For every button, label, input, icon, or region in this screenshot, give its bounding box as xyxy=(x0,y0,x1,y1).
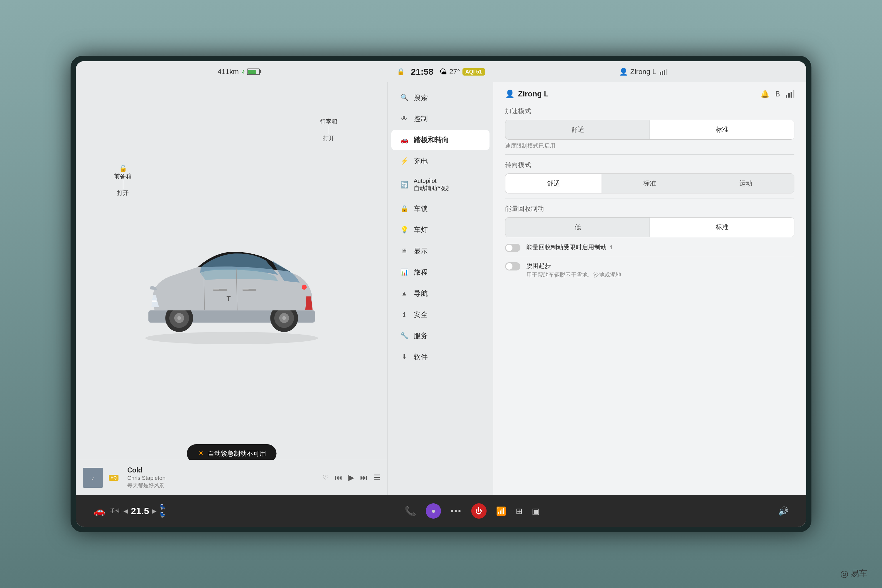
screen-outer: 411km 🔒 21:58 🌤 27° AQI 51 xyxy=(70,56,812,532)
auto-brake-label: 自动紧急制动不可用 xyxy=(208,449,266,458)
sig4 xyxy=(793,90,794,98)
bluetooth-icon[interactable]: Ƀ xyxy=(775,90,780,98)
temp-down-arrow[interactable]: ◀ xyxy=(123,507,128,514)
menu-control-label: 控制 xyxy=(414,114,428,123)
software-icon: ⬇ xyxy=(400,353,408,361)
menu-item-nav[interactable]: ▲ 导航 xyxy=(392,284,489,303)
divider-2 xyxy=(505,198,794,198)
regen-toggle-label: 能量回收制动受限时启用制动 ℹ xyxy=(526,243,612,251)
menu-trip-label: 旅程 xyxy=(414,267,428,277)
music-prev-button[interactable]: ⏮ xyxy=(335,473,342,482)
menu-item-trip[interactable]: 📊 旅程 xyxy=(392,262,489,282)
phone-icon[interactable]: 📞 xyxy=(405,506,416,516)
menu-item-lock[interactable]: 🔒 车锁 xyxy=(392,199,489,219)
stuck-toggle-sublabel: 用于帮助车辆脱困于雪地、沙地或泥地 xyxy=(526,271,621,279)
speed-limit-note: 速度限制模式已启用 xyxy=(505,142,794,150)
music-like-button[interactable]: ♡ xyxy=(322,474,329,482)
menu-item-software[interactable]: ⬇ 软件 xyxy=(392,347,489,367)
bottom-car-icon[interactable]: 🚗 xyxy=(93,506,105,516)
status-center: 🔒 21:58 🌤 27° AQI 51 xyxy=(397,67,485,77)
stuck-toggle[interactable] xyxy=(505,262,520,270)
screen-inner: 411km 🔒 21:58 🌤 27° AQI 51 xyxy=(76,61,806,527)
menu-item-autopilot[interactable]: 🔄 Autopilot自动辅助驾驶 xyxy=(392,172,489,198)
music-thumbnail: ♪ xyxy=(83,468,103,488)
charge-icon: ⚡ xyxy=(400,157,408,165)
music-quality-badge: HQ xyxy=(109,475,118,481)
regen-toggle[interactable] xyxy=(505,244,520,252)
frunk-icon: 🔓 xyxy=(119,165,127,172)
temp-mode: 手动 xyxy=(110,507,120,514)
music-list-button[interactable]: ☰ xyxy=(374,473,380,482)
steering-option-standard[interactable]: 标准 xyxy=(602,174,698,193)
temp-up-arrow[interactable]: ▶ xyxy=(152,507,156,514)
menu-item-lights[interactable]: 💡 车灯 xyxy=(392,220,489,240)
frunk-label: 🔓 前备箱 打开 xyxy=(114,165,132,197)
menu-item-pedal[interactable]: 🚗 踏板和转向 xyxy=(392,130,489,150)
regen-toggle-thumb xyxy=(506,244,513,251)
signal-bar-2 xyxy=(662,71,663,75)
music-album: 每天都是好风景 xyxy=(127,482,316,489)
power-icon: ⏻ xyxy=(476,507,483,515)
wifi-icon[interactable]: 📶 xyxy=(496,506,506,516)
battery-fill xyxy=(248,70,256,74)
eye-icon: 👁 xyxy=(400,115,408,123)
car-icon: 🚗 xyxy=(400,136,408,144)
watermark-icon: ◎ xyxy=(840,568,849,579)
signal-bar-1 xyxy=(660,72,661,75)
frunk-action[interactable]: 打开 xyxy=(117,189,129,197)
svg-point-5 xyxy=(177,316,181,320)
layers-icon[interactable]: ▣ xyxy=(532,506,540,516)
range-display: 411km xyxy=(218,68,260,76)
bottom-right: 🔊 xyxy=(778,506,789,516)
svg-rect-12 xyxy=(213,289,227,291)
menu-charge-label: 充电 xyxy=(414,156,428,166)
menu-safety-label: 安全 xyxy=(414,310,428,319)
steering-option-sport[interactable]: 运动 xyxy=(698,174,794,193)
status-left: 411km xyxy=(88,68,390,76)
more-icon[interactable]: ••• xyxy=(450,506,462,516)
temperature: 27° xyxy=(449,68,460,76)
menu-item-service[interactable]: 🔧 服务 xyxy=(392,326,489,346)
regen-option-low[interactable]: 低 xyxy=(506,218,650,237)
regen-option-standard[interactable]: 标准 xyxy=(650,218,794,237)
volume-icon[interactable]: 🔊 xyxy=(778,506,789,516)
lock-icon: 🔒 xyxy=(397,68,405,75)
trunk-name: 行李箱 xyxy=(320,118,338,126)
menu-item-search[interactable]: 🔍 搜索 xyxy=(392,88,489,108)
menu-item-control[interactable]: 👁 控制 xyxy=(392,109,489,129)
regen-info-icon[interactable]: ℹ xyxy=(610,244,612,250)
svg-rect-13 xyxy=(243,289,256,291)
menu-item-safety[interactable]: ℹ 安全 xyxy=(392,304,489,325)
accel-option-standard[interactable]: 标准 xyxy=(650,120,794,140)
accel-option-comfort[interactable]: 舒适 xyxy=(506,120,650,140)
music-controls: ♡ ⏮ ▶ ⏭ ☰ xyxy=(322,473,380,482)
trip-icon: 📊 xyxy=(400,268,408,276)
status-time: 21:58 xyxy=(411,67,434,77)
menu-item-charge[interactable]: ⚡ 充电 xyxy=(392,151,489,171)
settings-icons: 🔔 Ƀ xyxy=(760,90,794,98)
music-next-button[interactable]: ⏭ xyxy=(360,473,368,482)
main-content: 行李箱 打开 🔓 前备箱 打开 xyxy=(76,82,806,495)
steering-option-comfort[interactable]: 舒适 xyxy=(506,174,602,193)
bell-icon[interactable]: 🔔 xyxy=(760,90,770,98)
stuck-toggle-thumb xyxy=(506,263,513,270)
music-play-button[interactable]: ▶ xyxy=(348,473,354,482)
regen-section-title: 能量回收制动 xyxy=(505,204,794,213)
temp-value: 21.5 xyxy=(131,506,149,516)
seat-icon-1: 💺 xyxy=(159,504,166,510)
menu-item-display[interactable]: 🖥 显示 xyxy=(392,241,489,261)
grid-icon[interactable]: ⊞ xyxy=(516,506,522,516)
bottom-bar: 🚗 手动 ◀ 21.5 ▶ 💺 💺 📞 ● • xyxy=(76,495,806,527)
trunk-action[interactable]: 打开 xyxy=(323,134,334,142)
media-icon[interactable]: ● xyxy=(426,503,441,519)
autopilot-icon: 🔄 xyxy=(400,181,408,189)
power-button[interactable]: ⏻ xyxy=(471,503,487,519)
regen-toggle-label-wrap: 能量回收制动受限时启用制动 ℹ xyxy=(526,243,612,251)
menu-search-label: 搜索 xyxy=(414,93,428,102)
menu-service-label: 服务 xyxy=(414,331,428,340)
user-icon: 👤 xyxy=(619,68,628,76)
display-icon: 🖥 xyxy=(400,247,408,255)
sig2 xyxy=(788,93,790,98)
seat-icon-2: 💺 xyxy=(159,512,166,518)
menu-software-label: 软件 xyxy=(414,352,428,362)
